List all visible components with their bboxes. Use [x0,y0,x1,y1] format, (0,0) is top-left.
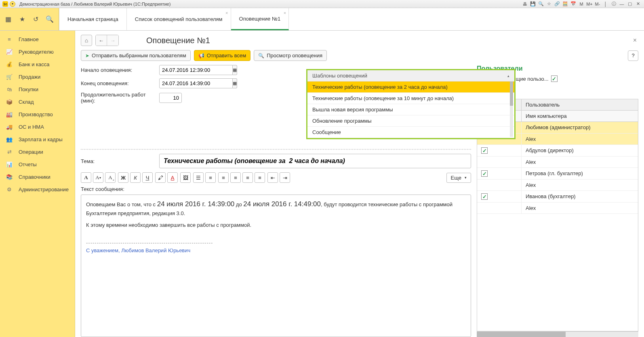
font-clear-button[interactable]: A× [105,172,116,183]
tab-start-page[interactable]: Начальная страница [59,8,127,30]
insert-image-button[interactable]: 🖼 [180,172,191,183]
mem-mplus[interactable]: M+ [586,1,593,7]
calendar-icon[interactable]: 📅 [570,1,577,7]
dropdown-item[interactable]: Технические работы (оповещение за 10 мин… [307,93,514,104]
mem-m[interactable]: M [578,1,585,7]
dropdown-item[interactable]: Вышла новая версия программы [307,104,514,115]
align-justify-button[interactable]: ≡ [255,172,265,183]
tab-notification-1[interactable]: Оповещение №1× [231,8,289,30]
table-row-sub[interactable]: Alex [477,157,638,168]
help-button[interactable]: ? [628,50,638,61]
row-checkbox[interactable]: ✓ [481,170,488,177]
send-selected-button[interactable]: ➤Отправить выбранным пользователям [81,50,191,61]
sidebar-item-label: Банк и касса [19,61,50,67]
align-center-button[interactable]: ≡ [230,172,241,183]
bullet-list-button[interactable]: ☰ [193,172,204,183]
message-body[interactable]: Оповещаем Вас о том, что с 24 июля 2016 … [81,195,471,337]
sidebar-item-main[interactable]: ≡Главное [0,33,75,46]
sidebar-item-warehouse[interactable]: 📦Склад [0,96,75,108]
search-global-icon[interactable]: 🔍 [46,15,54,23]
sidebar-item-reports[interactable]: 📊Отчеты [0,158,75,171]
sidebar-item-sales[interactable]: 🛒Продажи [0,71,75,83]
close-icon[interactable]: × [225,10,228,15]
bold-button[interactable]: Ж [118,172,128,183]
info-icon[interactable]: ⓘ [610,1,617,7]
message-separator: ----------------------------------------… [86,239,466,247]
mem-mminus[interactable]: M- [594,1,601,7]
minimize-icon[interactable]: — [618,1,625,7]
col-user[interactable]: Пользователь [522,99,638,110]
home-button[interactable]: ⌂ [81,35,92,46]
close-icon[interactable]: × [284,10,286,15]
search-icon[interactable]: 🔍 [537,1,545,7]
sidebar-item-catalogs[interactable]: 📚Справочники [0,171,75,183]
sidebar-item-label: ОС и НМА [19,124,44,130]
sidebar-item-bank[interactable]: 💰Банк и касса [0,58,75,71]
apps-icon[interactable]: ▦ [5,15,12,23]
table-row[interactable]: ✓ Петрова (гл. бухгалтер) [477,168,638,180]
forward-button[interactable]: → [107,35,118,46]
preview-button[interactable]: 🔍Просмотр оповещения [254,50,327,61]
row-checkbox[interactable]: ✓ [481,193,488,200]
end-input-group: ▦ [159,78,228,88]
sidebar-item-hr[interactable]: 👥Зарплата и кадры [0,133,75,146]
close-page-icon[interactable]: × [633,37,637,44]
dropdown-scrollbar[interactable] [510,82,513,137]
print-icon[interactable]: 🖶 [521,1,528,7]
sidebar-item-purchases[interactable]: 🛍Покупки [0,83,75,96]
calc-icon[interactable]: 🧮 [562,1,569,7]
bgcolor-button[interactable]: 🖍 [155,172,166,183]
dropdown-item[interactable]: Технические работы (оповещение за 2 часа… [307,82,514,93]
font-button[interactable]: A [81,172,91,183]
link-icon[interactable]: 🔗 [554,1,561,7]
horizontal-scrollbar[interactable] [477,331,638,337]
textcolor-button[interactable]: A [167,172,178,183]
align-left-button[interactable]: ≡ [218,172,229,183]
theme-input[interactable] [159,154,471,168]
duration-input[interactable] [159,93,182,103]
start-input[interactable] [159,65,233,75]
back-button[interactable]: ← [96,35,107,46]
calendar-button[interactable]: ▦ [233,78,237,88]
user-pc: Alex [522,157,638,167]
star-icon[interactable]: ★ [19,15,26,23]
sidebar-item-admin[interactable]: ⚙Администрирование [0,183,75,196]
number-list-button[interactable]: ≡ [205,172,216,183]
sidebar-item-manager[interactable]: 📈Руководителю [0,46,75,58]
dropdown-item[interactable]: Обновление программы [307,115,514,127]
col-pc[interactable]: Имя компьютера [522,111,638,121]
table-row-sub[interactable]: Alex [477,203,638,214]
align-right-button[interactable]: ≡ [242,172,253,183]
history-icon[interactable]: ↺ [32,15,39,23]
table-row[interactable]: ✓ Иванова (бухгалтер) [477,191,638,203]
only-working-checkbox[interactable]: ✓ [551,75,558,82]
sidebar-item-production[interactable]: 🏭Производство [0,108,75,121]
tab-notifications-list[interactable]: Список оповещений пользователям× [127,8,231,30]
template-dropdown: Шаблоны оповещений ▴ Технические работы … [306,69,516,139]
table-row[interactable]: ✓ Абдулов (директор) [477,145,638,157]
table-row-sub[interactable]: Alex [477,180,638,191]
sidebar-item-operations[interactable]: ⇄Операции [0,146,75,158]
underline-button[interactable]: Ч [142,172,153,183]
maximize-icon[interactable]: ▢ [626,1,633,7]
dropdown-item[interactable]: Сообщение [307,127,514,138]
dropdown-icon[interactable]: ▾ [10,1,15,7]
row-checkbox[interactable]: ✓ [481,147,488,154]
main: ≡Главное 📈Руководителю 💰Банк и касса 🛒Пр… [0,31,644,337]
book-icon: 📚 [6,174,13,180]
user-name: Любимов (администратор) [522,122,638,133]
close-window-icon[interactable]: ✕ [634,1,642,7]
font-size-button[interactable]: A▾ [93,172,103,183]
send-all-button[interactable]: 📢Отправить всем [194,50,251,61]
more-button[interactable]: Еще▾ [446,173,471,183]
outdent-button[interactable]: ⇤ [267,172,278,183]
calendar-button[interactable]: ▦ [233,65,237,75]
italic-button[interactable]: К [130,172,141,183]
end-input[interactable] [159,78,233,88]
dropdown-item-label: Вышла новая версия программы [312,107,393,113]
save-icon[interactable]: 💾 [529,1,537,7]
sidebar-item-assets[interactable]: 🚚ОС и НМА [0,121,75,133]
indent-button[interactable]: ⇥ [280,172,290,183]
favorite-icon[interactable]: ☆ [545,1,553,7]
dropdown-header[interactable]: Шаблоны оповещений ▴ [307,70,514,82]
